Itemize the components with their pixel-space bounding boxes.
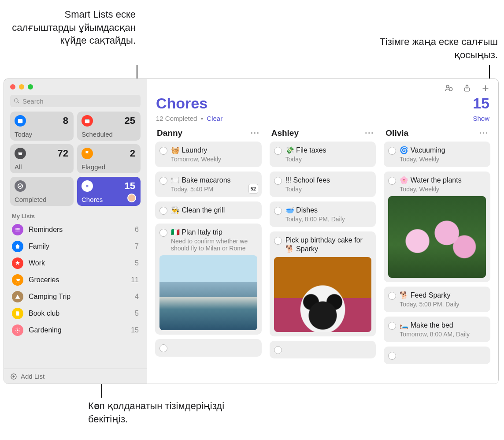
reminder-title: 🌀 Vacuuming	[400, 146, 486, 155]
smart-name: Completed	[15, 196, 47, 203]
list-count: 6	[135, 226, 139, 234]
reminder-subtitle: Today, 5:00 PM, Daily	[400, 301, 486, 308]
complete-toggle[interactable]	[388, 322, 396, 330]
smart-name: Today	[15, 131, 32, 138]
window-traffic-lights	[4, 79, 147, 93]
complete-toggle[interactable]	[159, 177, 167, 185]
list-icon	[12, 224, 23, 235]
reminder-subtitle: Today, 5:40 PM	[171, 186, 257, 193]
callout-add-reminder: Тізімге жаңа еске салғыш қосыңыз.	[366, 35, 498, 61]
smart-card-all[interactable]: 72All	[10, 144, 74, 173]
shared-avatar	[127, 194, 136, 202]
callout-pin-lists: Көп қолданатын тізімдеріңізді бекітіңіз.	[88, 399, 242, 425]
column-more-button[interactable]: ···	[365, 129, 374, 138]
smart-count: 72	[58, 148, 68, 159]
complete-toggle[interactable]	[159, 344, 167, 352]
column-header: Ashley···	[270, 127, 376, 142]
today-icon	[15, 115, 26, 127]
complete-toggle[interactable]	[274, 177, 282, 185]
reminder-card[interactable]: 👨‍🍳 Clean the grill	[155, 201, 262, 219]
smart-name: Scheduled	[82, 131, 113, 138]
reminder-title: 🍽️ Bake macarons	[171, 176, 257, 185]
complete-toggle[interactable]	[159, 229, 167, 237]
reminder-image	[388, 196, 486, 278]
toolbar	[147, 79, 498, 95]
reminder-image	[159, 255, 257, 330]
reminder-subtitle: Need to confirm whether we should fly to…	[171, 238, 257, 252]
reminder-card[interactable]: 🐕 Feed SparkyToday, 5:00 PM, Daily	[384, 287, 490, 312]
reminder-title: 🌸 Water the plants	[400, 176, 486, 185]
reminder-card[interactable]: 🌸 Water the plantsToday, Weekly	[384, 172, 490, 282]
collaborate-button[interactable]	[444, 83, 453, 93]
reminder-subtitle: Today	[285, 186, 372, 193]
reminder-card[interactable]: !!! School feesToday	[270, 172, 376, 197]
complete-toggle[interactable]	[388, 177, 396, 185]
column-more-button[interactable]: ···	[251, 129, 260, 138]
svg-point-15	[446, 85, 449, 88]
new-reminder-placeholder[interactable]	[155, 339, 262, 357]
reminder-card[interactable]: 🇮🇹 Plan Italy tripNeed to confirm whethe…	[155, 224, 262, 335]
reminder-card[interactable]: 💸 File taxesToday	[270, 142, 376, 167]
list-row[interactable]: Book club5	[4, 305, 147, 322]
complete-toggle[interactable]	[388, 292, 396, 300]
complete-toggle[interactable]	[274, 237, 282, 245]
smart-count: 8	[63, 115, 68, 127]
clear-completed-button[interactable]: Clear	[207, 115, 222, 122]
smart-card-completed[interactable]: Completed	[10, 177, 74, 206]
list-row[interactable]: Camping Trip4	[4, 288, 147, 305]
list-row[interactable]: Reminders6	[4, 221, 147, 238]
reminder-card[interactable]: 🍽️ Bake macaronsToday, 5:40 PM52	[155, 172, 262, 197]
search-input[interactable]: Search	[10, 95, 141, 107]
reminder-card[interactable]: 🛏️ Make the bedTomorrow, 8:00 AM, Daily	[384, 317, 490, 342]
add-reminder-button[interactable]	[481, 83, 490, 93]
list-row[interactable]: Work5	[4, 255, 147, 272]
flagged-icon	[82, 148, 93, 159]
callout-smart-lists: Smart Lists еске салғыштарды ұйымдасқан …	[8, 8, 136, 47]
add-list-button[interactable]: Add List	[4, 369, 147, 384]
add-list-label: Add List	[21, 373, 44, 380]
smart-card-today[interactable]: 8Today	[10, 112, 74, 141]
list-count: 7	[135, 242, 139, 250]
complete-toggle[interactable]	[388, 147, 396, 155]
reminder-card[interactable]: Pick up birthday cake for 🐕 Sparky	[270, 231, 376, 336]
list-icon	[12, 291, 23, 302]
list-count: 15	[473, 95, 489, 112]
reminders-window: Search 8Today25Scheduled72All2FlaggedCom…	[4, 78, 499, 384]
complete-toggle[interactable]	[274, 346, 282, 354]
smart-card-scheduled[interactable]: 25Scheduled	[77, 112, 141, 141]
complete-toggle[interactable]	[274, 147, 282, 155]
share-icon	[463, 84, 471, 93]
complete-toggle[interactable]	[159, 207, 167, 215]
list-name: Groceries	[29, 276, 131, 284]
list-row[interactable]: Groceries11	[4, 272, 147, 288]
search-placeholder: Search	[22, 97, 44, 105]
list-name: Book club	[29, 309, 135, 317]
complete-toggle[interactable]	[159, 147, 167, 155]
list-subheader: 12 Completed • Clear Show	[147, 115, 498, 127]
list-icon	[12, 324, 23, 336]
reminder-card[interactable]: 🧺 LaundryTomorrow, Weekly	[155, 142, 262, 167]
complete-toggle[interactable]	[274, 207, 282, 215]
new-reminder-placeholder[interactable]	[270, 341, 376, 358]
reminder-card[interactable]: 🌀 VacuumingToday, Weekly	[384, 142, 490, 167]
share-button[interactable]	[462, 83, 472, 93]
zoom-icon[interactable]	[28, 84, 33, 89]
reminder-card[interactable]: 🥣 DishesToday, 8:00 PM, Daily	[270, 201, 376, 227]
svg-point-6	[15, 229, 16, 230]
section-my-lists: My Lists	[4, 210, 147, 221]
smart-card-chores[interactable]: 15Chores	[77, 177, 141, 206]
show-completed-button[interactable]: Show	[473, 115, 489, 122]
all-icon	[15, 148, 26, 159]
column: Olivia···🌀 VacuumingToday, Weekly🌸 Water…	[384, 127, 490, 384]
list-row[interactable]: Family7	[4, 238, 147, 255]
calendar-badge: 52	[248, 184, 258, 194]
close-icon[interactable]	[10, 84, 15, 89]
column-more-button[interactable]: ···	[479, 129, 489, 138]
minimize-icon[interactable]	[19, 84, 24, 89]
new-reminder-placeholder[interactable]	[384, 347, 490, 364]
complete-toggle[interactable]	[388, 352, 396, 360]
smart-card-flagged[interactable]: 2Flagged	[77, 144, 141, 173]
list-row[interactable]: Gardening15	[4, 322, 147, 339]
list-icon	[12, 257, 23, 269]
list-name: Work	[29, 259, 135, 267]
